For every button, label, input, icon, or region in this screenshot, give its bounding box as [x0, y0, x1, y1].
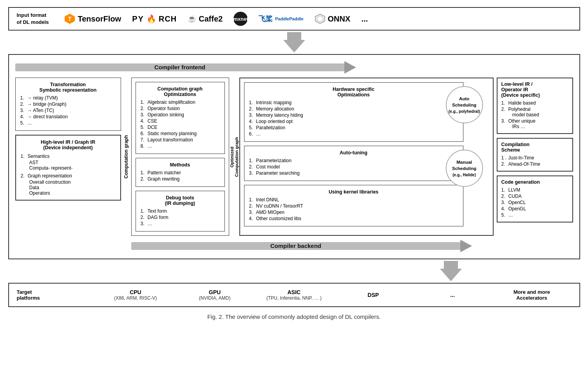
code-gen-title: Code generation — [501, 179, 568, 185]
hw-opt-6: 6.… — [249, 131, 458, 137]
accelerators-name: More and moreAccelerators — [492, 289, 571, 301]
hw-opt-4: 4.Loop oriented opt — [249, 119, 458, 124]
cg-4: 4.OpenGL — [501, 206, 568, 212]
framework-logos: T TensorFlow PY 🔥 RCH ☕ Caffe2 mxnet — [64, 12, 572, 26]
arrow-down-shape — [283, 32, 305, 52]
trans-item-5: 5.… — [20, 120, 116, 126]
cg-opt-3: 3.Operation sinking — [141, 112, 220, 118]
methods-box: Methods 1.Pattern matcher 2.Graph rewrit… — [136, 158, 225, 187]
cg-opt-8: 8.… — [141, 143, 220, 149]
cg-3: 3.OpenCL — [501, 200, 568, 205]
hw-opt-3: 3.Memory latency hiding — [249, 112, 458, 118]
optimized-label: OptimizedComputation graph — [230, 137, 239, 177]
paddle-sub-label: PaddlePaddle — [275, 16, 303, 21]
pytorch-item: PY 🔥 RCH — [132, 14, 177, 24]
hw-opts-box: Hardware specificOptimizations 1.Intrins… — [244, 82, 463, 142]
computation-graph-label-container: Computation graph — [121, 78, 131, 236]
bottom-arrow-shape — [440, 261, 462, 281]
svg-text:Compiler backend: Compiler backend — [270, 242, 321, 249]
paddle-item: 飞桨 PaddlePaddle — [259, 14, 303, 24]
caffe2-cup-icon: ☕ — [188, 14, 196, 23]
debug-3: 3.… — [141, 221, 220, 226]
at-1: 1.Parameterization — [249, 158, 458, 163]
manual-scheduling-circle: ManualScheduling(e.g., Halide) — [446, 150, 483, 187]
left-column: TransformationSymbolic representation 1.… — [15, 78, 121, 236]
cg-opt-2: 2.Operator fusion — [141, 106, 220, 111]
mxnet-circle-icon: mxnet — [233, 12, 248, 26]
ellipsis-item: ... — [361, 14, 368, 24]
debug-1: 1.Text form — [141, 208, 220, 214]
cpu-item: CPU (X86, ARM, RISC-V) — [96, 289, 175, 301]
auto-tuning-box: Auto-tuning 1.Parameterization 2.Cost mo… — [244, 146, 463, 181]
tensorflow-icon: T — [64, 13, 76, 25]
paddle-label: 飞桨 — [259, 14, 273, 24]
auto-tuning-title: Auto-tuning — [249, 150, 458, 156]
hw-opt-1: 1.Intrinsic mapping — [249, 100, 458, 105]
kl-1: 1.Intel DNNL — [249, 197, 458, 203]
cg-opt-6: 6.Static memory planning — [141, 131, 220, 136]
pytorch-flame-icon: 🔥 — [147, 14, 156, 24]
svg-marker-6 — [344, 61, 356, 74]
caffe2-label: Caffe2 — [199, 14, 223, 24]
onnx-label: ONNX — [328, 14, 351, 24]
backend-arrow-svg: Compiler backend — [131, 240, 472, 252]
backend-arrow-row: Compiler backend — [15, 240, 573, 252]
debug-2: 2.DAG form — [141, 215, 220, 220]
ir-item-2: 2.Graph representation Overall construct… — [21, 173, 116, 196]
cg-opt-5: 5.DCE — [141, 125, 220, 130]
right-column: Low-level IR /Operator IR(Device specifi… — [497, 78, 573, 236]
auto-scheduling-circle: AutoScheduling(e.g., polyhedral) — [446, 86, 483, 123]
at-2: 2.Cost model — [249, 164, 458, 170]
compilation-scheme-box: CompilationScheme 1 .Just-In-Time 2.Ahea… — [497, 138, 573, 172]
auto-scheduling-label: AutoScheduling(e.g., polyhedral) — [449, 96, 480, 114]
hw-opt-2: 2.Memory allocation — [249, 106, 458, 112]
svg-text:T: T — [68, 16, 71, 22]
dsp-item: DSP — [334, 292, 413, 298]
methods-title: Methods — [141, 162, 220, 168]
kl-2: 2.NV cuDNN / TensorRT — [249, 203, 458, 209]
input-label: Input format of DL models — [17, 12, 52, 26]
cpu-sub: (X86, ARM, RISC-V) — [96, 295, 175, 301]
accelerators-item: More and moreAccelerators — [492, 289, 571, 301]
optimized-label-container: OptimizedComputation graph — [229, 78, 239, 236]
code-gen-box: Code generation 1.LLVM 2.CUDA 3.OpenCL 4… — [497, 175, 573, 222]
input-bar: Input format of DL models T TensorFlow P… — [8, 7, 580, 31]
hardware-section: Hardware specificOptimizations 1.Intrins… — [239, 78, 494, 236]
kernel-libraries-box: Using kernel libraries 1.Intel DNNL 2.NV… — [244, 185, 463, 226]
llir-3: 3.Other unique IRs … — [501, 118, 568, 129]
trans-item-1: 1.→ relay (TVM) — [20, 95, 116, 101]
hw-opt-5: 5.Parallelization — [249, 125, 458, 130]
cg-opts-title: Computation graphOptimizations — [141, 86, 220, 97]
cg-1: 1.LLVM — [501, 187, 568, 193]
method-1: 1.Pattern matcher — [141, 170, 220, 175]
caffe2-item: ☕ Caffe2 — [188, 14, 223, 24]
low-level-ir-title: Low-level IR /Operator IR(Device specifi… — [501, 81, 568, 98]
pytorch-label2: RCH — [159, 14, 177, 24]
method-2: 2.Graph rewriting — [141, 176, 220, 182]
low-level-ir-box: Low-level IR /Operator IR(Device specifi… — [497, 78, 573, 134]
top-arrow-down — [8, 31, 580, 54]
cg-2: 2.CUDA — [501, 194, 568, 199]
cpu-name: CPU — [96, 289, 175, 295]
svg-marker-9 — [460, 240, 472, 252]
svg-text:Compiler frontend: Compiler frontend — [154, 64, 205, 71]
frontend-arrow-row: Compiler frontend — [15, 61, 573, 74]
cs-2: 2.Ahead-Of-Time — [501, 161, 568, 167]
high-level-ir-box: High-level IR / Graph IR(Device independ… — [15, 135, 121, 201]
debug-box: Debug tools(IR dumping) 1.Text form 2.DA… — [136, 191, 225, 231]
hw-column-1: Hardware specificOptimizations 1.Intrins… — [244, 82, 463, 231]
asic-name: ASIC — [254, 289, 333, 295]
content-row: TransformationSymbolic representation 1.… — [15, 78, 573, 236]
ir-item-1: 1.Semantics AST Computa- represent- — [21, 154, 116, 171]
trans-item-3: 3.→ ATen (TC) — [20, 108, 116, 113]
center-panel: Computation graphOptimizations 1.Algebra… — [131, 78, 229, 236]
high-level-ir-title: High-level IR / Graph IR(Device independ… — [21, 139, 116, 150]
svg-marker-3 — [317, 16, 323, 22]
bottom-arrow-down — [8, 259, 580, 283]
compilation-scheme-title: CompilationScheme — [501, 142, 568, 153]
tensorflow-item: T TensorFlow — [64, 13, 121, 25]
transformation-box: TransformationSymbolic representation 1.… — [15, 78, 121, 131]
dsp-name: DSP — [334, 292, 413, 298]
onnx-item: ONNX — [315, 13, 351, 24]
onnx-icon — [315, 13, 326, 24]
